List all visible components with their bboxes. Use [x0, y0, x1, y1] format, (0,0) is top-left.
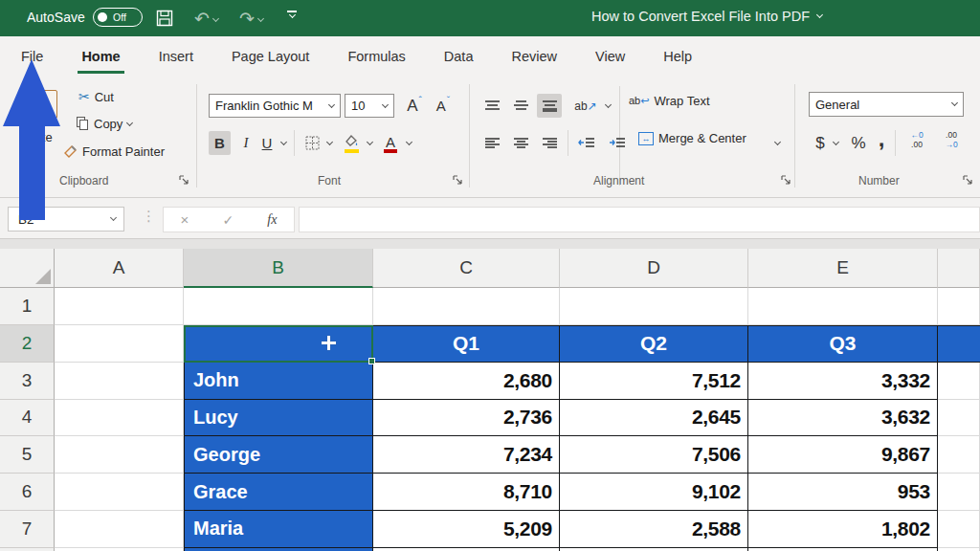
row-header-4[interactable]: 4: [0, 400, 55, 437]
fill-handle[interactable]: [368, 358, 375, 364]
cell-e5[interactable]: 9,867: [748, 436, 938, 474]
orientation-dropdown-icon[interactable]: [605, 101, 612, 108]
cell-a8-partial[interactable]: [55, 548, 184, 551]
active-cell-b2[interactable]: [184, 325, 373, 363]
cell-c5[interactable]: 7,234: [373, 436, 560, 474]
cell-c3[interactable]: 2,680: [373, 363, 560, 400]
bold-button[interactable]: B: [209, 131, 231, 155]
tab-view[interactable]: View: [593, 45, 627, 68]
cell-f3[interactable]: [938, 363, 980, 400]
alignment-dialog-launcher[interactable]: [780, 174, 791, 186]
font-name-combo[interactable]: Franklin Gothic M: [209, 94, 341, 118]
decrease-indent-button[interactable]: [573, 131, 600, 155]
cell-a1[interactable]: [55, 288, 184, 325]
number-dialog-launcher[interactable]: [962, 174, 973, 186]
row-header-7[interactable]: 7: [0, 511, 55, 548]
cell-b4[interactable]: Lucy: [184, 400, 373, 437]
column-header-d[interactable]: D: [560, 249, 748, 288]
cell-f4[interactable]: [938, 400, 980, 437]
cell-a4[interactable]: [55, 400, 184, 437]
save-button[interactable]: [155, 6, 174, 31]
select-all-button[interactable]: [0, 249, 55, 288]
increase-decimal-button[interactable]: ←0 .00: [902, 130, 931, 149]
underline-button[interactable]: U: [257, 131, 277, 155]
borders-dropdown-icon[interactable]: [326, 139, 333, 145]
cell-f1[interactable]: [938, 288, 980, 325]
cell-f6[interactable]: [938, 474, 980, 511]
cell-e1[interactable]: [748, 288, 938, 325]
row-header-3[interactable]: 3: [0, 363, 55, 400]
cell-f8-partial[interactable]: [938, 548, 980, 551]
bottom-align-button[interactable]: [537, 94, 562, 118]
align-left-button[interactable]: [479, 131, 504, 155]
cell-c7[interactable]: 5,209: [373, 511, 560, 548]
cut-button[interactable]: ✂ Cut: [78, 89, 114, 104]
cell-e4[interactable]: 3,632: [748, 400, 938, 437]
font-color-button[interactable]: A: [379, 130, 402, 154]
cell-c4[interactable]: 2,736: [373, 400, 560, 437]
cancel-button[interactable]: ×: [181, 211, 189, 228]
comma-style-button[interactable]: ,: [874, 126, 889, 150]
cell-f5[interactable]: [938, 436, 980, 474]
row-header-6[interactable]: 6: [0, 474, 55, 511]
percent-style-button[interactable]: %: [847, 131, 870, 155]
cell-a6[interactable]: [55, 474, 184, 511]
middle-align-button[interactable]: [508, 94, 533, 118]
clipboard-dialog-launcher[interactable]: [178, 174, 189, 186]
cell-b6[interactable]: Grace: [184, 474, 373, 511]
orientation-button[interactable]: ab↗: [571, 94, 600, 118]
cell-e8-partial[interactable]: [748, 548, 938, 551]
wrap-text-button[interactable]: ab↩ Wrap Text: [629, 94, 710, 108]
cell-c2[interactable]: Q1: [373, 325, 560, 363]
cell-c6[interactable]: 8,710: [373, 474, 560, 511]
increase-font-size-button[interactable]: Aˆ: [402, 94, 427, 118]
cell-c8-partial[interactable]: [373, 548, 560, 551]
cell-d5[interactable]: 7,506: [560, 436, 748, 474]
merge-center-button[interactable]: ↔ Merge & Center: [638, 131, 746, 145]
cell-a2[interactable]: [55, 325, 184, 363]
font-color-dropdown-icon[interactable]: [406, 139, 412, 145]
cell-d6[interactable]: 9,102: [560, 474, 748, 511]
font-size-combo[interactable]: 10: [345, 94, 394, 118]
tab-help[interactable]: Help: [661, 45, 694, 68]
tab-home[interactable]: Home: [79, 45, 122, 68]
column-header-c[interactable]: C: [373, 249, 560, 288]
column-header-f-partial[interactable]: [938, 249, 980, 288]
fill-color-dropdown-icon[interactable]: [367, 139, 373, 145]
increase-indent-button[interactable]: [604, 131, 631, 155]
customize-quick-access-toolbar-button[interactable]: [287, 11, 297, 35]
number-format-combo[interactable]: General: [809, 92, 964, 117]
tab-insert[interactable]: Insert: [157, 45, 195, 68]
formula-bar-drag-handle[interactable]: ⋮: [142, 208, 156, 225]
align-right-button[interactable]: [537, 131, 562, 155]
cell-d8-partial[interactable]: [560, 548, 748, 551]
underline-dropdown-icon[interactable]: [280, 139, 287, 145]
cell-a7[interactable]: [55, 511, 184, 548]
tab-review[interactable]: Review: [509, 45, 559, 68]
cell-d2[interactable]: Q2: [560, 325, 748, 363]
enter-button[interactable]: ✓: [222, 212, 234, 228]
copy-button[interactable]: Copy: [77, 117, 132, 131]
column-header-b[interactable]: B: [184, 249, 373, 288]
column-header-e[interactable]: E: [748, 249, 938, 288]
fill-color-button[interactable]: [340, 130, 363, 154]
cell-a3[interactable]: [55, 363, 184, 400]
formula-input[interactable]: [299, 207, 980, 232]
cell-f7[interactable]: [938, 511, 980, 548]
tab-page-layout[interactable]: Page Layout: [230, 45, 311, 68]
cell-e2[interactable]: Q3: [748, 325, 938, 363]
cell-c1[interactable]: [373, 288, 560, 325]
accounting-dropdown-icon[interactable]: [833, 139, 839, 145]
cell-e3[interactable]: 3,332: [748, 363, 938, 400]
cell-e7[interactable]: 1,802: [748, 511, 938, 548]
merge-center-dropdown-icon[interactable]: [774, 139, 781, 145]
font-dialog-launcher[interactable]: [452, 174, 463, 186]
autosave-toggle[interactable]: Off: [93, 8, 143, 27]
cell-d3[interactable]: 7,512: [560, 363, 748, 400]
row-header-2[interactable]: 2: [0, 325, 55, 363]
tab-formulas[interactable]: Formulas: [345, 45, 407, 68]
cell-b8-partial[interactable]: [184, 548, 373, 551]
row-header-8-partial[interactable]: [0, 548, 55, 551]
cell-d7[interactable]: 2,588: [560, 511, 748, 548]
decrease-decimal-button[interactable]: .00 →0: [937, 130, 966, 149]
